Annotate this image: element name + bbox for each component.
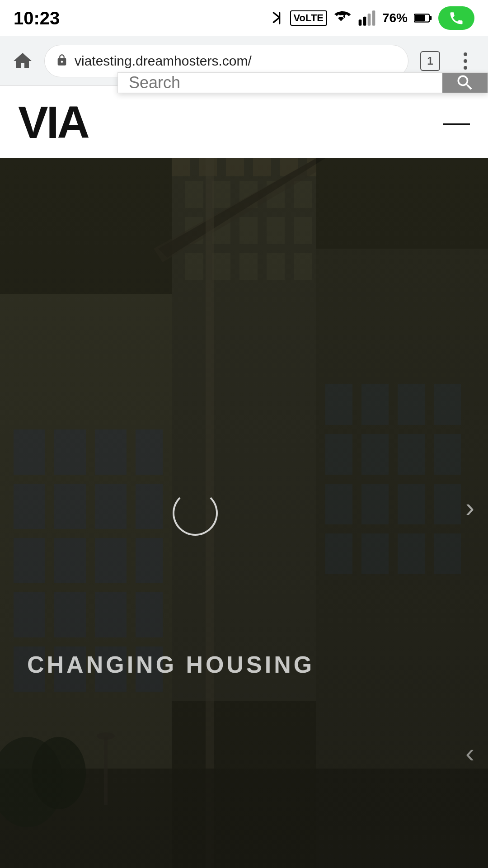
hamburger-menu[interactable] [443, 123, 470, 125]
lock-icon [56, 54, 68, 68]
status-bar: 10:23 VoLTE 76% [0, 0, 488, 36]
tab-count-box[interactable]: 1 [420, 51, 440, 71]
search-icon [455, 73, 475, 93]
menu-dot-1 [464, 52, 467, 56]
hero-overlay [0, 158, 488, 868]
hero-tagline: CHANGING HOUSING [27, 651, 314, 678]
site-logo[interactable]: VIA [18, 99, 88, 145]
hamburger-line-1 [443, 123, 470, 125]
search-input-wrapper [118, 73, 442, 93]
menu-dot-2 [464, 59, 467, 63]
battery-icon [414, 9, 432, 27]
search-submit-button[interactable] [442, 73, 488, 93]
status-time: 10:23 [14, 8, 60, 28]
arrow-right-button[interactable]: › [465, 492, 474, 523]
menu-dot-3 [464, 66, 467, 70]
svg-rect-0 [359, 19, 362, 25]
bluetooth-icon [269, 8, 284, 28]
site-header: VIA [0, 86, 488, 158]
svg-rect-5 [414, 15, 425, 21]
loading-spinner [173, 491, 218, 536]
svg-rect-2 [368, 14, 371, 26]
arrow-left-button[interactable]: › [465, 737, 474, 769]
search-overlay [117, 72, 488, 93]
browser-menu-button[interactable] [452, 47, 479, 75]
browser-home-button[interactable] [9, 47, 36, 75]
arrow-right-icon: › [465, 492, 474, 523]
address-text[interactable]: viatesting.dreamhosters.com/ [75, 53, 397, 69]
wifi-icon [333, 9, 352, 27]
svg-rect-6 [430, 16, 432, 20]
signal-icon [358, 9, 376, 27]
svg-rect-1 [363, 17, 366, 26]
active-call-icon[interactable] [438, 6, 474, 30]
hero-section: CHANGING HOUSING › › [0, 158, 488, 868]
svg-rect-3 [372, 10, 375, 25]
arrow-left-icon: › [465, 738, 474, 768]
status-icons: VoLTE 76% [269, 6, 474, 30]
battery-percentage: 76% [382, 11, 408, 25]
search-input[interactable] [129, 73, 432, 92]
browser-tab-button[interactable]: 1 [417, 47, 444, 75]
volte-badge: VoLTE [290, 10, 327, 26]
